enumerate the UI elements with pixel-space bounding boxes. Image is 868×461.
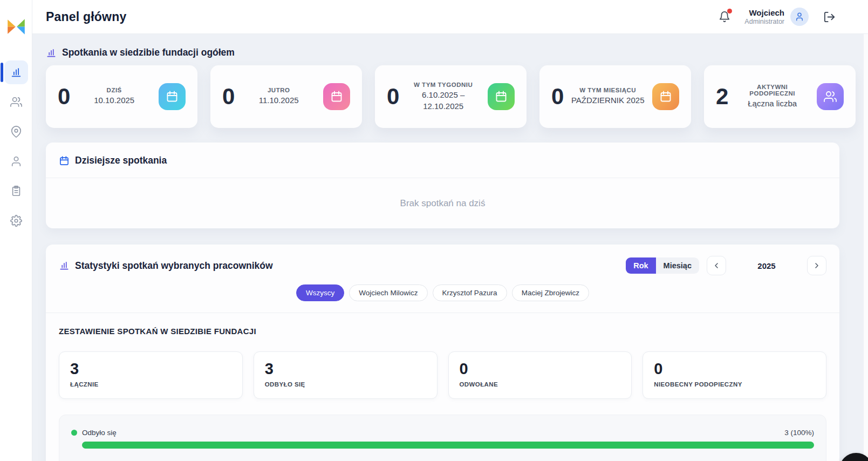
meetings-section-header: Spotkania w siedzibie fundacji ogółem	[46, 47, 856, 58]
sidebar-item-dashboard[interactable]	[4, 60, 28, 84]
employee-filter-row: Wszyscy Wojciech Milowicz Krzysztof Pazu…	[46, 284, 839, 301]
calendar-icon	[159, 83, 186, 110]
today-meetings-card: Dzisiejsze spotkania Brak spotkań na dzi…	[46, 143, 839, 228]
stat-sublabel: PAŹDZIERNIK 2025	[571, 95, 645, 106]
gear-icon	[10, 215, 22, 227]
summary-label: ODBYŁO SIĘ	[265, 381, 426, 388]
calendar-icon	[488, 83, 515, 110]
stat-label: W TYM MIESIĄCU	[571, 87, 645, 93]
avatar[interactable]	[790, 8, 809, 26]
user-role: Administrator	[744, 18, 784, 26]
stat-card-this-month: 0 W TYM MIESIĄCU PAŹDZIERNIK 2025	[539, 65, 691, 128]
stat-sublabel: 6.10.2025 – 12.10.2025	[412, 90, 475, 112]
summary-value: 0	[654, 360, 815, 378]
summary-title: ZESTAWIENIE SPOTKAŃ W SIEDZIBIE FUNDACJI	[59, 327, 826, 336]
summary-card-held: 3 ODBYŁO SIĘ	[254, 351, 438, 399]
stat-label: DZIŚ	[77, 87, 151, 93]
period-toggle: Rok Miesiąc	[626, 257, 699, 274]
empty-state-message: Brak spotkań na dziś	[46, 178, 839, 228]
users-icon	[10, 96, 22, 108]
app-logo[interactable]	[6, 16, 26, 38]
notification-dot	[727, 9, 732, 13]
stat-sublabel: 11.10.2025	[242, 95, 316, 106]
bar-chart-icon	[46, 48, 57, 58]
statistics-card: Statystyki spotkań wybranych pracowników…	[46, 245, 839, 461]
summary-card-absent: 0 NIEOBECNY PODOPIECZNY	[643, 351, 826, 399]
stat-label: W TYM TYGODNIU	[406, 82, 480, 88]
sidebar-item-locations[interactable]	[4, 120, 28, 144]
meetings-cards-row: 0 DZIŚ 10.10.2025 0 JUTRO 11.10.2025	[46, 65, 856, 128]
filter-employee-button[interactable]: Wojciech Milowicz	[349, 284, 427, 301]
summary-card-total: 3 ŁĄCZNIE	[59, 351, 243, 399]
stat-value: 0	[222, 84, 234, 110]
toggle-month-button[interactable]: Miesiąc	[656, 257, 699, 274]
calendar-icon	[652, 83, 679, 110]
stat-value: 0	[387, 84, 399, 110]
stat-label: JUTRO	[242, 87, 316, 93]
stat-card-tomorrow: 0 JUTRO 11.10.2025	[210, 65, 362, 128]
progress-panel: Odbyło się 3 (100%)	[59, 415, 826, 461]
topbar: Panel główny Wojciech Administrator	[32, 0, 868, 34]
summary-label: NIEOBECNY PODOPIECZNY	[654, 381, 815, 388]
next-period-button[interactable]	[807, 256, 826, 275]
page-title: Panel główny	[46, 10, 126, 24]
user-info: Wojciech Administrator	[744, 8, 784, 26]
summary-value: 3	[70, 360, 231, 378]
scrollbar[interactable]	[864, 34, 868, 461]
sidebar-item-users[interactable]	[4, 90, 28, 114]
clipboard-icon	[10, 185, 22, 197]
logout-icon	[823, 11, 836, 23]
status-dot-green	[71, 430, 77, 436]
stat-sublabel: Łączna liczba	[735, 98, 809, 109]
statistics-title: Statystyki spotkań wybranych pracowników	[75, 260, 273, 272]
summary-value: 0	[460, 360, 621, 378]
filter-employee-button[interactable]: Maciej Zbrojewicz	[512, 284, 589, 301]
meetings-section-title: Spotkania w siedzibie fundacji ogółem	[62, 47, 235, 58]
user-icon	[795, 12, 804, 22]
progress-bar	[82, 442, 814, 449]
user-name: Wojciech	[744, 8, 784, 18]
progress-value: 3 (100%)	[784, 429, 814, 437]
sidebar-item-profile[interactable]	[4, 150, 28, 173]
previous-period-button[interactable]	[707, 256, 726, 275]
stat-value: 0	[58, 84, 70, 110]
stat-card-active-wards: 2 AKTYWNI PODOPIECZNI Łączna liczba	[704, 65, 856, 128]
stat-value: 0	[551, 84, 563, 110]
summary-card-cancelled: 0 ODWOŁANE	[448, 351, 632, 399]
chevron-left-icon	[712, 261, 721, 270]
progress-label: Odbyło się	[82, 429, 117, 437]
users-icon	[817, 83, 844, 110]
stat-card-today: 0 DZIŚ 10.10.2025	[46, 65, 197, 128]
calendar-icon	[323, 83, 350, 110]
notifications-button[interactable]	[719, 11, 730, 23]
sidebar-item-tasks[interactable]	[4, 179, 28, 203]
progress-bar-track	[82, 442, 814, 449]
summary-value: 3	[265, 360, 426, 378]
summary-label: ŁĄCZNIE	[70, 381, 231, 388]
calendar-icon	[59, 155, 70, 166]
chevron-right-icon	[812, 261, 821, 270]
stat-sublabel: 10.10.2025	[77, 95, 151, 106]
map-pin-icon	[10, 126, 22, 138]
toggle-year-button[interactable]: Rok	[626, 257, 655, 274]
bar-chart-icon	[59, 260, 70, 271]
main-content: Spotkania w siedzibie fundacji ogółem 0 …	[32, 34, 868, 461]
bar-chart-icon	[10, 66, 22, 78]
filter-all-button[interactable]: Wszyscy	[296, 284, 344, 301]
period-label: 2025	[726, 261, 807, 270]
sidebar	[0, 0, 32, 461]
logout-button[interactable]	[823, 11, 836, 23]
stat-value: 2	[716, 84, 728, 110]
today-meetings-title: Dzisiejsze spotkania	[75, 155, 167, 166]
sidebar-item-settings[interactable]	[4, 209, 28, 233]
stat-card-this-week: 0 W TYM TYGODNIU 6.10.2025 – 12.10.2025	[375, 65, 527, 128]
stat-label: AKTYWNI PODOPIECZNI	[735, 84, 809, 97]
summary-cards-row: 3 ŁĄCZNIE 3 ODBYŁO SIĘ 0 ODWOŁANE 0 NIEO…	[59, 351, 826, 399]
summary-label: ODWOŁANE	[460, 381, 621, 388]
filter-employee-button[interactable]: Krzysztof Pazura	[433, 284, 507, 301]
user-icon	[10, 155, 22, 167]
sidebar-nav	[4, 60, 28, 233]
